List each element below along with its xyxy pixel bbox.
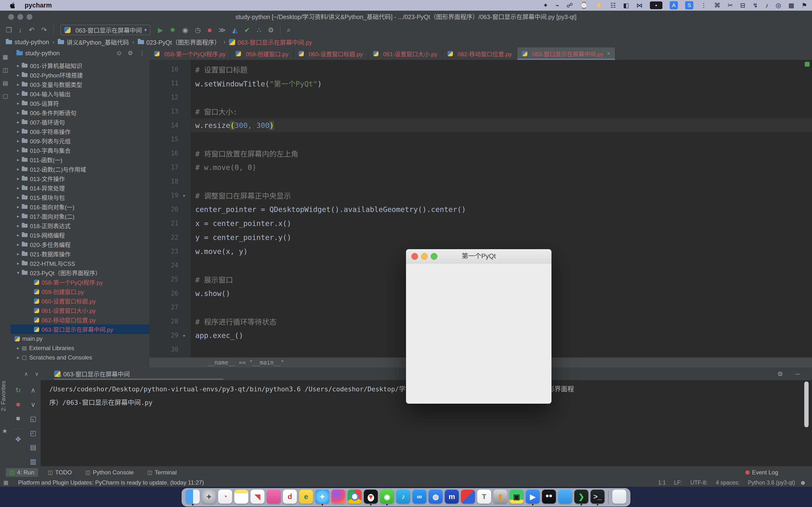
preview-icon[interactable]: ◔ bbox=[218, 490, 232, 504]
chevron-icon[interactable]: ▸ bbox=[14, 345, 22, 351]
status-icon-7[interactable]: ◧ bbox=[623, 0, 629, 11]
commander-tool-icon[interactable]: ▤ bbox=[0, 80, 11, 87]
tree-folder-row[interactable]: ▸004-输入与输出 bbox=[11, 89, 149, 99]
firefox-icon[interactable] bbox=[332, 490, 346, 504]
dock-item-trash[interactable] bbox=[612, 489, 626, 506]
status-icon-17[interactable]: ⚑ bbox=[802, 0, 807, 11]
breadcrumb-segment[interactable]: 讲义&Python_基础代码 bbox=[58, 38, 129, 46]
chevron-up-icon[interactable]: ∧ bbox=[24, 371, 28, 377]
editor-tab[interactable]: 059-创建窗口.py bbox=[231, 47, 294, 60]
chevron-icon[interactable]: ▸ bbox=[14, 242, 22, 247]
coverage-button[interactable]: ◉ bbox=[182, 26, 188, 34]
notes-icon[interactable] bbox=[235, 490, 248, 504]
chevron-icon[interactable]: ▸ bbox=[14, 185, 22, 191]
chrome-icon[interactable] bbox=[348, 490, 362, 504]
editor-tab[interactable]: 060-设置窗口标题.py bbox=[294, 47, 368, 60]
dock-item-preview[interactable]: ◔ bbox=[218, 489, 232, 506]
toolwindow-button[interactable]: ◫Python Console bbox=[82, 468, 138, 477]
chevron-icon[interactable]: ▸ bbox=[14, 157, 22, 163]
iina-icon[interactable]: ▶ bbox=[526, 490, 540, 504]
dock-item-wechat[interactable]: ◉ bbox=[380, 489, 394, 506]
status-icon-5[interactable]: ⚡ bbox=[595, 0, 603, 11]
word-m-icon[interactable]: m bbox=[445, 490, 459, 504]
profiler-button[interactable]: ◷ bbox=[195, 26, 201, 34]
hector-inspector-icon[interactable]: ☻ bbox=[800, 479, 806, 487]
dock-item-screen-rec[interactable]: ▣ bbox=[510, 489, 524, 506]
dock-item-dash[interactable]: d bbox=[283, 489, 297, 506]
status-icon-8[interactable]: ⋈ bbox=[636, 0, 643, 11]
editor-tab[interactable]: 061-设置窗口大小.py bbox=[368, 47, 443, 60]
screen-capture-icon[interactable]: ▪ bbox=[650, 1, 662, 9]
step-icon[interactable]: ≫ bbox=[218, 26, 225, 34]
chevron-icon[interactable]: ▸ bbox=[14, 223, 22, 228]
black-widget-icon[interactable] bbox=[542, 490, 556, 504]
toolwindow-toggle-icon[interactable]: ▦ bbox=[3, 480, 8, 486]
mail-icon[interactable]: ◥ bbox=[251, 490, 265, 504]
clear-all-icon[interactable]: ▥ bbox=[30, 457, 36, 465]
dock-item-iterm[interactable]: ❯ bbox=[574, 489, 589, 506]
tree-file-row[interactable]: 059-创建窗口.py bbox=[11, 287, 149, 296]
dock-item-firefox[interactable] bbox=[332, 489, 346, 506]
chevron-icon[interactable]: ▸ bbox=[14, 110, 22, 115]
chevron-icon[interactable]: ▸ bbox=[14, 72, 22, 78]
debug-button[interactable]: ✹ bbox=[170, 26, 175, 34]
chevron-icon[interactable]: ▸ bbox=[14, 195, 22, 200]
status-widget[interactable]: LF: bbox=[674, 480, 682, 486]
console-scrollbar[interactable] bbox=[804, 382, 809, 427]
tree-folder-row[interactable]: ▸018-正则表达式 bbox=[11, 221, 149, 230]
qq-music-icon[interactable]: ♪ bbox=[396, 490, 410, 504]
chevron-icon[interactable]: ▸ bbox=[14, 82, 22, 87]
run-button[interactable]: ▶ bbox=[158, 26, 163, 34]
tree-folder-row[interactable]: ▸003-变量与数据类型 bbox=[11, 80, 149, 89]
typora-icon[interactable]: T bbox=[477, 490, 491, 504]
pyqt-title-bar[interactable]: 第一个PyQt bbox=[406, 249, 552, 264]
tree-file-row[interactable]: 061-设置窗口大小.py bbox=[11, 306, 149, 315]
structure-tool-icon[interactable]: ◫ bbox=[0, 67, 11, 73]
check-icon[interactable]: ✔ bbox=[244, 26, 250, 34]
stop-process-button[interactable]: ■ bbox=[16, 400, 20, 408]
toolwindow-button[interactable]: ◫TODO bbox=[44, 468, 76, 477]
pyqt-app-window[interactable]: 第一个PyQt bbox=[406, 249, 552, 404]
locate-file-icon[interactable]: ⊙ bbox=[116, 50, 121, 56]
tree-folder-row[interactable]: ▸017-面向对象(二) bbox=[11, 212, 149, 221]
dock-item-safari[interactable]: ✦ bbox=[315, 489, 329, 506]
tree-folder-row[interactable]: ▸001-计算机基础知识 bbox=[11, 61, 149, 70]
dock-item-finder[interactable] bbox=[186, 489, 200, 506]
project-settings-icon[interactable]: ⚙ bbox=[128, 50, 133, 56]
run-configuration-select[interactable]: 063-窗口显示在屏幕中间 ▾ bbox=[60, 24, 151, 35]
toolwindow-button[interactable]: ◫Terminal bbox=[143, 468, 181, 477]
status-icon-1[interactable]: ✦ bbox=[543, 0, 548, 11]
tree-folder-row[interactable]: ▸014-异常处理 bbox=[11, 183, 149, 193]
chevron-icon[interactable]: ▸ bbox=[14, 261, 22, 266]
pdf-expert-icon[interactable] bbox=[461, 490, 475, 504]
tree-folder-row[interactable]: ▸013-文件操作 bbox=[11, 174, 149, 183]
tree-file-row[interactable]: 060-设置窗口标题.py bbox=[11, 296, 149, 306]
evernote-icon[interactable]: e bbox=[299, 490, 313, 504]
settings-icon[interactable]: ⚙ bbox=[268, 26, 274, 34]
fold-arrow-icon[interactable]: ▸ bbox=[179, 192, 191, 198]
restore-layout-icon[interactable]: ✥ bbox=[15, 435, 21, 443]
status-widget[interactable]: UTF-8: bbox=[690, 480, 708, 486]
tree-folder-row[interactable]: ▸010-字典与集合 bbox=[11, 146, 149, 155]
input-method-icon-1[interactable]: A bbox=[670, 1, 678, 9]
dock-item-browser-blue[interactable] bbox=[558, 489, 572, 506]
dock-item-pink-app[interactable] bbox=[267, 489, 281, 506]
tree-file-row[interactable]: 058-第一个PyQt程序.py bbox=[11, 277, 149, 287]
qq-icon[interactable]: ▾ bbox=[364, 490, 378, 504]
chevron-icon[interactable]: ▸ bbox=[14, 119, 22, 125]
status-widget[interactable]: Python 3.6 (py3-qt) bbox=[748, 480, 795, 486]
window-minimize-button[interactable] bbox=[17, 14, 23, 20]
tree-folder-row[interactable]: ▸019-网络编程 bbox=[11, 230, 149, 240]
dock-item-qq[interactable]: ▾ bbox=[364, 489, 378, 506]
trash-icon[interactable] bbox=[612, 490, 626, 504]
dock-item-word-m[interactable]: m bbox=[445, 489, 459, 506]
tree-folder-row[interactable]: ▸012-函数(二)与作用域 bbox=[11, 164, 149, 174]
save-all-icon[interactable]: ↓ bbox=[18, 26, 22, 34]
status-icon-13[interactable]: ↯ bbox=[753, 0, 758, 11]
apple-menu-icon[interactable] bbox=[10, 2, 16, 8]
dock-item-launchpad[interactable]: ✦ bbox=[202, 489, 216, 506]
editor-tab[interactable]: 062-移动窗口位置.py bbox=[443, 47, 517, 60]
tree-file-row[interactable]: ▸▢Scratches and Consoles bbox=[11, 353, 149, 362]
finder-icon[interactable] bbox=[186, 490, 200, 504]
search-everywhere-icon[interactable]: ⌕ bbox=[287, 26, 291, 34]
